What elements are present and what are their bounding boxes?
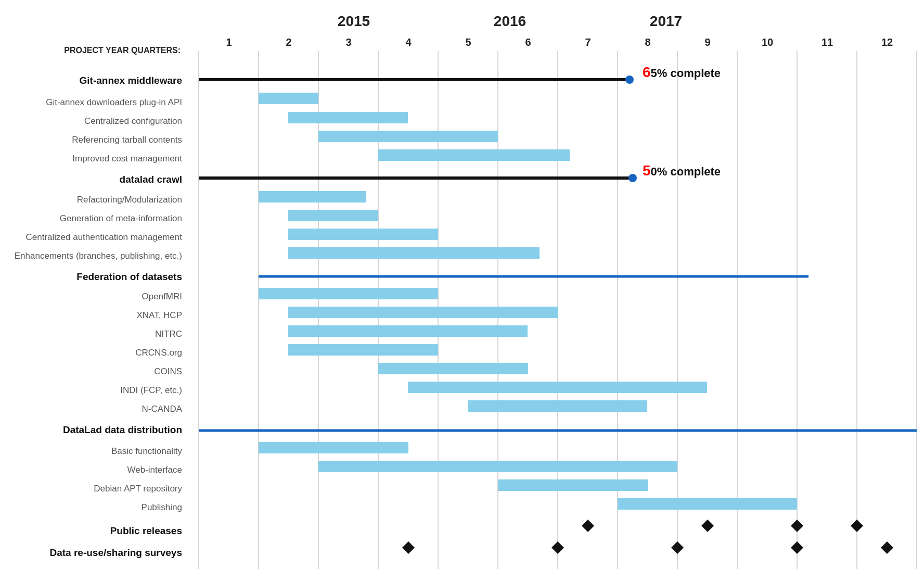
bar-cost	[378, 149, 570, 161]
diamond-pr-1	[582, 520, 594, 532]
svg-text:10: 10	[762, 36, 773, 48]
svg-text:7: 7	[585, 36, 591, 48]
svg-text:11: 11	[822, 36, 833, 48]
svg-text:3: 3	[345, 36, 351, 48]
bar-web	[318, 461, 677, 472]
svg-text:4: 4	[405, 36, 412, 48]
svg-text:12: 12	[881, 36, 893, 48]
bar-ncanda	[468, 400, 647, 412]
completion-git-annex: 65% complete	[643, 64, 721, 80]
bar-downloaders	[259, 93, 318, 104]
bar-crcns	[288, 344, 438, 356]
bar-basic	[259, 442, 408, 453]
bar-central-config	[288, 112, 408, 123]
chart-container: PROJECT YEAR QUARTERS: Git-annex middlew…	[0, 10, 924, 569]
dot-datalad-crawl	[628, 174, 637, 182]
diamond-pr-4	[851, 520, 863, 532]
bar-tarball	[318, 131, 498, 142]
bar-meta	[288, 210, 378, 221]
dot-git-annex	[625, 75, 634, 84]
diamond-surveys-2	[551, 541, 564, 554]
svg-text:9: 9	[704, 36, 710, 48]
diamond-pr-3	[791, 520, 803, 532]
bar-enhancements	[288, 247, 540, 259]
bar-coins	[378, 363, 528, 374]
year-2015: 2015	[338, 13, 370, 29]
year-2016: 2016	[494, 13, 526, 29]
svg-text:8: 8	[645, 36, 650, 48]
bar-xnat	[288, 307, 558, 318]
bar-openfmri	[259, 288, 438, 299]
bar-publishing	[618, 498, 797, 510]
diamond-surveys-3	[671, 541, 684, 554]
svg-text:2: 2	[286, 36, 291, 48]
chart-svg: 2015 2016 2017 1 2 3 4 5 6 7 8 9 10 11 1…	[0, 10, 924, 569]
bar-refactoring	[259, 191, 366, 203]
svg-text:1: 1	[226, 36, 232, 48]
year-2017: 2017	[650, 13, 682, 29]
bar-debian	[498, 479, 648, 491]
completion-datalad-crawl: 50% complete	[643, 162, 721, 179]
diamond-surveys-5	[881, 541, 893, 554]
bar-nitrc	[288, 325, 528, 337]
diamond-surveys-1	[402, 541, 415, 554]
svg-text:6: 6	[525, 36, 531, 48]
bar-auth	[288, 229, 438, 240]
diamond-surveys-4	[791, 541, 803, 554]
svg-text:5: 5	[465, 36, 471, 48]
diamond-pr-2	[701, 520, 714, 532]
bar-indi	[408, 382, 707, 393]
